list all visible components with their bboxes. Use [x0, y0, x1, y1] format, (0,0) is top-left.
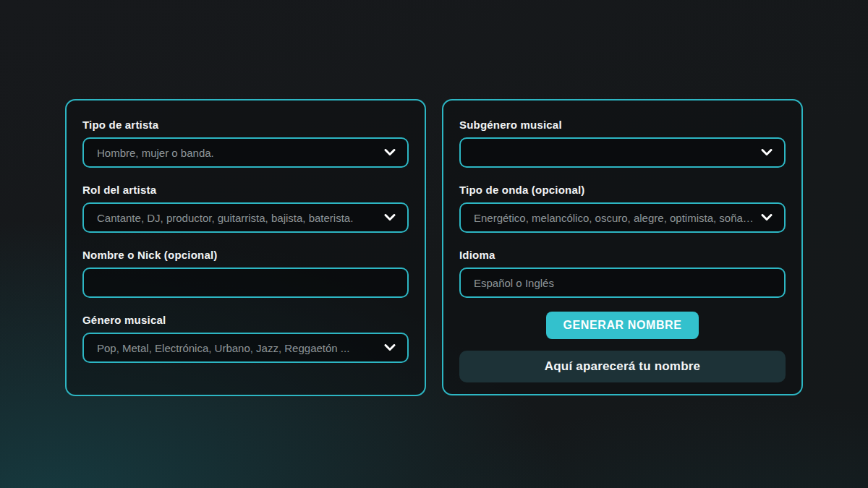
- chevron-down-icon: [384, 344, 396, 351]
- subgenero-musical-select[interactable]: [459, 137, 786, 168]
- tipo-de-onda-select[interactable]: Energético, melancólico, oscuro, alegre,…: [459, 202, 786, 233]
- result-placeholder-text: Aquí aparecerá tu nombre: [545, 359, 700, 374]
- field-idioma: Idioma: [459, 249, 786, 298]
- rol-del-artista-label: Rol del artista: [82, 184, 409, 196]
- form-panels: Tipo de artista Hombre, mujer o banda. R…: [65, 99, 803, 396]
- idioma-label: Idioma: [459, 249, 786, 261]
- tipo-de-artista-label: Tipo de artista: [82, 119, 409, 131]
- genero-musical-value: Pop, Metal, Electrónica, Urbano, Jazz, R…: [97, 342, 349, 354]
- field-tipo-de-artista: Tipo de artista Hombre, mujer o banda.: [82, 119, 409, 168]
- rol-del-artista-select[interactable]: Cantante, DJ, productor, guitarrista, ba…: [82, 202, 409, 233]
- tipo-de-onda-label: Tipo de onda (opcional): [459, 184, 786, 196]
- field-subgenero-musical: Subgénero musical: [459, 119, 786, 168]
- result-placeholder-box: Aquí aparecerá tu nombre: [459, 351, 786, 382]
- tipo-de-artista-select[interactable]: Hombre, mujer o banda.: [82, 137, 409, 168]
- chevron-down-icon: [761, 214, 773, 221]
- chevron-down-icon: [384, 214, 396, 221]
- subgenero-musical-label: Subgénero musical: [459, 119, 786, 131]
- generate-button-row: GENERAR NOMBRE: [459, 312, 786, 339]
- field-tipo-de-onda: Tipo de onda (opcional) Energético, mela…: [459, 184, 786, 233]
- genero-musical-label: Género musical: [82, 314, 409, 326]
- tipo-de-artista-value: Hombre, mujer o banda.: [97, 147, 214, 159]
- page-background: { "colors": { "accent": "#2db6c3", "butt…: [0, 0, 868, 488]
- nombre-o-nick-input[interactable]: [82, 267, 409, 298]
- right-form-panel: Subgénero musical Tipo de onda (opcional…: [442, 99, 803, 395]
- generar-nombre-button[interactable]: GENERAR NOMBRE: [546, 312, 699, 339]
- idioma-input[interactable]: [459, 267, 786, 298]
- rol-del-artista-value: Cantante, DJ, productor, guitarrista, ba…: [97, 212, 353, 224]
- genero-musical-select[interactable]: Pop, Metal, Electrónica, Urbano, Jazz, R…: [82, 333, 409, 363]
- field-rol-del-artista: Rol del artista Cantante, DJ, productor,…: [82, 184, 409, 233]
- chevron-down-icon: [384, 149, 396, 156]
- field-genero-musical: Género musical Pop, Metal, Electrónica, …: [82, 314, 409, 363]
- field-nombre-o-nick: Nombre o Nick (opcional): [82, 249, 409, 298]
- tipo-de-onda-value: Energético, melancólico, oscuro, alegre,…: [474, 212, 754, 224]
- nombre-o-nick-label: Nombre o Nick (opcional): [82, 249, 409, 261]
- left-form-panel: Tipo de artista Hombre, mujer o banda. R…: [65, 99, 426, 396]
- chevron-down-icon: [761, 149, 773, 156]
